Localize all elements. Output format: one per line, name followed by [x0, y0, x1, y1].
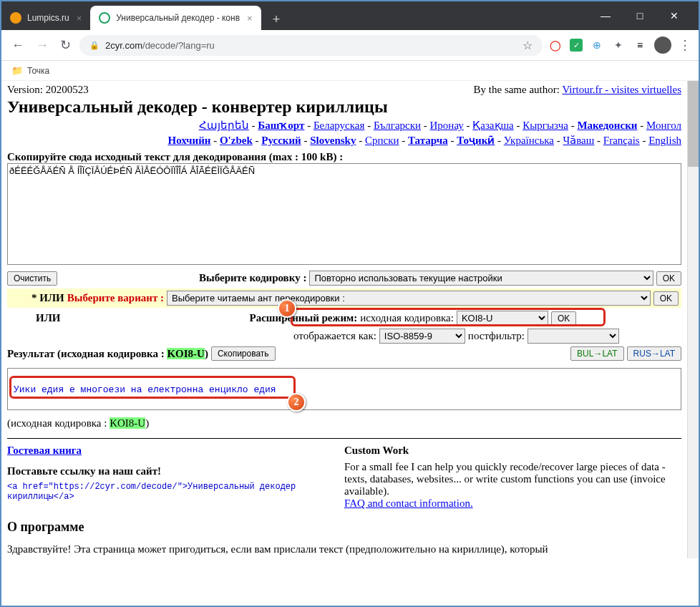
guestbook-link[interactable]: Гостевая книга	[7, 445, 82, 456]
clear-button[interactable]: Очистить	[7, 271, 57, 286]
lang-link[interactable]: English	[648, 135, 681, 146]
vertical-scrollbar[interactable]	[687, 81, 699, 558]
close-icon[interactable]: ×	[77, 13, 82, 24]
adblock-icon[interactable]: ◯	[548, 38, 563, 52]
version-text: Version: 20200523	[7, 84, 89, 96]
lang-link[interactable]: Français	[603, 135, 640, 146]
address-bar: ← → ↻ 🔒 2cyr.com/decode/?lang=ru ☆ ◯ ✓ ⊕…	[1, 30, 699, 61]
lang-link[interactable]: Нохчийн	[168, 135, 211, 146]
page-content: Version: 20200523 By the same author: Vi…	[1, 81, 687, 558]
lang-link[interactable]: Српски	[365, 135, 399, 146]
src-encoding-select[interactable]: KOI8-U	[457, 311, 548, 326]
author-link[interactable]: Virtour.fr - visites virtuelles	[562, 84, 681, 95]
bookmarks-bar: 📁 Точка	[1, 61, 699, 81]
left-column: Гостевая книга Поставьте ссылку на наш с…	[7, 445, 344, 510]
window-controls: — □ ✕	[596, 10, 691, 21]
menu-button[interactable]: ⋮	[679, 37, 691, 53]
annotation-marker-1: 1	[278, 299, 296, 318]
source-textarea[interactable]	[7, 163, 681, 265]
select-encoding-label: Выберите кодировку :	[199, 272, 306, 284]
ok-button[interactable]: OK	[656, 271, 681, 286]
variant-select[interactable]: Выберите читаемы ант перекодировки :	[167, 291, 651, 306]
profile-avatar[interactable]	[654, 37, 671, 54]
faq-link[interactable]: FAQ and contact information.	[344, 497, 473, 509]
tab-title: Lumpics.ru	[27, 13, 69, 23]
language-links: Հայերեն - Башҡорт - Беларуская - Българс…	[7, 118, 681, 148]
annotation-marker-2: 2	[287, 393, 306, 412]
postfilter-select[interactable]	[528, 329, 619, 344]
forward-button[interactable]: →	[33, 35, 52, 56]
lang-link[interactable]: Українська	[504, 135, 554, 146]
lang-link[interactable]: Қазақша	[472, 120, 513, 131]
minimize-button[interactable]: —	[596, 10, 616, 21]
bul-lat-button[interactable]: BUL→LAT	[570, 346, 623, 361]
lang-link[interactable]: Башҡорт	[258, 120, 304, 131]
variant-row: * ИЛИ Выберите вариант : Выберите читаем…	[7, 288, 681, 308]
right-column: Custom Work For a small fee I can help y…	[344, 445, 681, 510]
tab-title: Универсальный декодер - конв	[116, 13, 240, 23]
page-title: Универсальный декодер - конвертер кирилл…	[7, 97, 681, 117]
close-icon[interactable]: ×	[247, 13, 253, 24]
lang-link[interactable]: Slovensky	[310, 135, 356, 146]
reading-list-icon[interactable]: ≡	[633, 38, 647, 52]
custom-work-heading: Custom Work	[344, 445, 667, 457]
select-variant-label: Выберите вариант :	[67, 292, 164, 304]
lang-link[interactable]: Հայերեն	[199, 120, 249, 131]
displayed-as-label: отображается как:	[293, 330, 376, 342]
url-input[interactable]: 🔒 2cyr.com/decode/?lang=ru ☆	[79, 35, 543, 56]
about-heading: О программе	[7, 520, 681, 535]
bookmark-item[interactable]: Точка	[27, 66, 49, 76]
back-button[interactable]: ←	[9, 35, 27, 56]
advanced-label: Расширенный режим:	[250, 312, 358, 324]
rus-lat-button[interactable]: RUS→LAT	[627, 346, 681, 361]
ok-button[interactable]: OK	[653, 291, 679, 306]
result-box: Уики едия е многоези на електронна енцик…	[7, 368, 681, 410]
about-text: Здравствуйте! Эта страница может пригоди…	[7, 543, 681, 555]
result-label: Результат (исходная кодировка : KOI8-U)	[7, 348, 208, 360]
lang-link[interactable]: Монгол	[646, 120, 681, 131]
lang-link[interactable]: Чӑваш	[563, 135, 594, 146]
or-label: ИЛИ	[36, 312, 61, 324]
encoding-select[interactable]: Повторно использовать текущие настройки	[309, 271, 653, 286]
or-label: * ИЛИ	[31, 292, 64, 304]
favicon-icon	[10, 12, 21, 24]
url-domain: 2cyr.com	[105, 40, 142, 51]
lang-link[interactable]: Български	[374, 120, 421, 131]
instruction-label: Скопируйте сюда исходный текст для декод…	[7, 151, 681, 163]
checkmark-icon[interactable]: ✓	[570, 39, 583, 52]
bookmark-star-icon[interactable]: ☆	[522, 39, 533, 52]
globe-icon[interactable]: ⊕	[590, 38, 604, 52]
lang-link[interactable]: Тоҷикӣ	[457, 135, 495, 146]
code-sample: <a href="https://2cyr.com/decode/">Униве…	[7, 482, 330, 502]
tab-decoder[interactable]: Универсальный декодер - конв ×	[90, 6, 261, 30]
link-us-heading: Поставьте ссылку на наш сайт!	[7, 465, 330, 477]
scroll-thumb[interactable]	[688, 81, 699, 167]
favicon-icon	[99, 12, 110, 24]
copy-button[interactable]: Скопировать	[211, 346, 276, 361]
tab-lumpics[interactable]: Lumpics.ru ×	[1, 6, 90, 30]
lang-link[interactable]: Русский	[261, 135, 301, 146]
lang-link[interactable]: Кыргызча	[522, 120, 568, 131]
src-encoding-label: исходная кодировка:	[360, 312, 454, 324]
browser-chrome-top: Lumpics.ru × Универсальный декодер - кон…	[1, 1, 699, 30]
tabs-area: Lumpics.ru × Универсальный декодер - кон…	[1, 1, 283, 30]
lang-link[interactable]: Татарча	[408, 135, 448, 146]
displayed-as-select[interactable]: ISO-8859-9	[379, 329, 465, 344]
maximize-button[interactable]: □	[630, 10, 650, 21]
ok-button[interactable]: OK	[551, 311, 576, 326]
src-encoding-line: (исходная кодировка : KOI8-U)	[7, 417, 681, 429]
lang-link[interactable]: Беларуская	[313, 120, 365, 131]
extension-icons: ◯ ✓ ⊕ ✦ ≡ ⋮	[548, 37, 691, 54]
lang-link[interactable]: Македонски	[577, 120, 637, 131]
new-tab-button[interactable]: +	[270, 9, 283, 30]
lang-link[interactable]: O'zbek	[220, 135, 253, 146]
author-text: By the same author: Virtour.fr - visites…	[474, 84, 681, 96]
reload-button[interactable]: ↻	[57, 34, 74, 56]
custom-work-text: For a small fee I can help you quickly r…	[344, 461, 667, 497]
folder-icon: 📁	[11, 65, 23, 76]
lang-link[interactable]: Иронау	[430, 120, 464, 131]
extensions-icon[interactable]: ✦	[611, 38, 626, 52]
close-window-button[interactable]: ✕	[664, 10, 684, 21]
result-text: Уики едия е многоези на електронна енцик…	[14, 384, 276, 395]
postfilter-label: постфильтр:	[468, 330, 525, 342]
